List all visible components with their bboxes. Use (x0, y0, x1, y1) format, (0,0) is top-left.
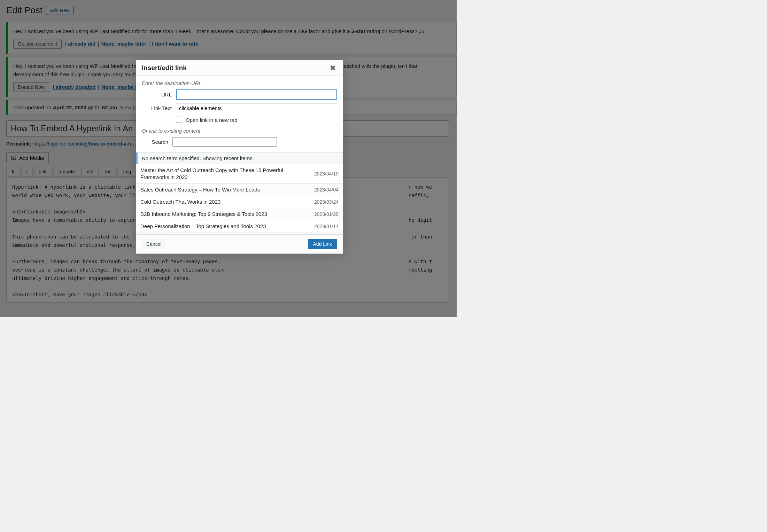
result-date: 2023/01/11 (314, 224, 339, 229)
modal-title: Insert/edit link (142, 64, 187, 72)
result-item[interactable]: Master the Art of Cold Outreach Copy wit… (136, 164, 343, 183)
url-hint: Enter the destination URL (142, 80, 337, 86)
url-input[interactable] (176, 89, 337, 100)
existing-hint: Or link to existing content (142, 128, 337, 134)
search-label: Search (142, 139, 172, 145)
result-title: Master the Art of Cold Outreach Copy wit… (140, 167, 309, 181)
result-date: 2023/03/24 (314, 199, 339, 205)
result-title: Deep Personalization – Top Strategies an… (140, 223, 309, 230)
result-item[interactable]: B2B Inbound Marketing: Top 9 Strategies … (136, 208, 343, 220)
result-date: 2023/01/20 (314, 211, 339, 217)
newtab-label: Open link in a new tab (186, 117, 237, 123)
result-title: Sales Outreach Strategy – How To Win Mor… (140, 186, 309, 193)
result-item[interactable]: Sales Outreach Strategy – How To Win Mor… (136, 183, 343, 196)
newtab-checkbox[interactable] (176, 117, 182, 123)
results-header: No search term specified. Showing recent… (136, 152, 343, 164)
result-date: 2023/04/10 (314, 171, 339, 177)
insert-link-modal: Insert/edit link ✖ Enter the destination… (136, 60, 343, 254)
result-date: 2023/04/04 (314, 187, 339, 193)
result-title: B2B Inbound Marketing: Top 9 Strategies … (140, 211, 309, 218)
close-icon[interactable]: ✖ (328, 64, 337, 72)
search-results: No search term specified. Showing recent… (136, 152, 343, 234)
search-input[interactable] (172, 137, 277, 147)
linktext-label: Link Text (142, 105, 176, 111)
result-item[interactable]: Deep Personalization – Top Strategies an… (136, 220, 343, 232)
add-link-button[interactable]: Add Link (308, 239, 337, 249)
url-label: URL (142, 92, 176, 97)
cancel-button[interactable]: Cancel (142, 239, 166, 249)
result-item[interactable]: Cold Outreach That Works in 2023 2023/03… (136, 196, 343, 208)
result-title: Cold Outreach That Works in 2023 (140, 198, 309, 205)
linktext-input[interactable] (176, 103, 337, 113)
